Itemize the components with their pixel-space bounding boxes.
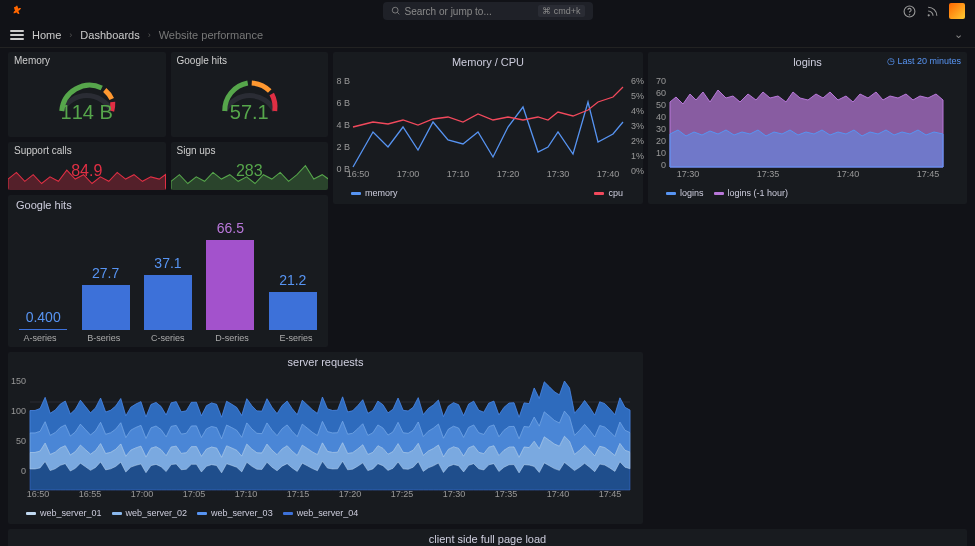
svg-text:60: 60 bbox=[656, 88, 666, 98]
svg-text:17:40: 17:40 bbox=[837, 169, 860, 179]
svg-text:17:00: 17:00 bbox=[131, 489, 154, 499]
breadcrumb: Home › Dashboards › Website performance … bbox=[0, 22, 975, 48]
breadcrumb-page[interactable]: Website performance bbox=[159, 29, 263, 41]
svg-text:17:20: 17:20 bbox=[497, 169, 520, 179]
svg-text:17:45: 17:45 bbox=[917, 169, 940, 179]
svg-text:17:10: 17:10 bbox=[447, 169, 470, 179]
user-avatar[interactable] bbox=[949, 3, 965, 19]
svg-text:17:20: 17:20 bbox=[339, 489, 362, 499]
menu-toggle-icon[interactable] bbox=[10, 30, 24, 40]
panel-google-hits-bars[interactable]: Google hits 0.40027.737.166.521.2 A-seri… bbox=[8, 195, 328, 347]
svg-text:17:40: 17:40 bbox=[597, 169, 620, 179]
server-requests-chart: 15010050016:5016:5517:0017:0517:1017:151… bbox=[8, 372, 638, 502]
panel-googlehits-gauge[interactable]: Google hits 57.1 bbox=[171, 52, 329, 137]
panel-title: Sign ups bbox=[171, 142, 329, 159]
panel-logins[interactable]: logins Last 20 minutes 70605040302010017… bbox=[648, 52, 967, 204]
panel-title: Memory bbox=[8, 52, 166, 69]
svg-text:6 B: 6 B bbox=[336, 98, 350, 108]
svg-text:17:30: 17:30 bbox=[677, 169, 700, 179]
svg-text:0: 0 bbox=[661, 160, 666, 170]
legend: memory cpu bbox=[333, 184, 643, 204]
panel-title: server requests bbox=[8, 352, 643, 372]
panel-title: Google hits bbox=[171, 52, 329, 69]
svg-text:17:35: 17:35 bbox=[757, 169, 780, 179]
chevron-right-icon: › bbox=[148, 30, 151, 40]
bar-label: D-series bbox=[215, 333, 249, 343]
svg-text:0: 0 bbox=[21, 466, 26, 476]
svg-text:16:55: 16:55 bbox=[79, 489, 102, 499]
svg-text:40: 40 bbox=[656, 112, 666, 122]
svg-point-3 bbox=[928, 14, 929, 15]
panel-title: Google hits bbox=[8, 195, 328, 215]
logins-chart: 70605040302010017:3017:3517:4017:45 bbox=[648, 72, 958, 182]
time-range[interactable]: Last 20 minutes bbox=[887, 56, 961, 66]
breadcrumb-dashboards[interactable]: Dashboards bbox=[80, 29, 139, 41]
svg-text:16:50: 16:50 bbox=[27, 489, 50, 499]
svg-text:150: 150 bbox=[11, 376, 26, 386]
svg-text:17:35: 17:35 bbox=[495, 489, 518, 499]
svg-text:17:30: 17:30 bbox=[547, 169, 570, 179]
svg-text:100: 100 bbox=[11, 406, 26, 416]
svg-text:70: 70 bbox=[656, 76, 666, 86]
svg-text:17:30: 17:30 bbox=[443, 489, 466, 499]
svg-text:1%: 1% bbox=[631, 151, 644, 161]
svg-text:20: 20 bbox=[656, 136, 666, 146]
svg-text:6%: 6% bbox=[631, 76, 644, 86]
breadcrumb-home[interactable]: Home bbox=[32, 29, 61, 41]
svg-text:0%: 0% bbox=[631, 166, 644, 176]
svg-text:3%: 3% bbox=[631, 121, 644, 131]
help-icon[interactable] bbox=[903, 5, 916, 18]
svg-text:8 B: 8 B bbox=[336, 76, 350, 86]
bar-label: B-series bbox=[87, 333, 120, 343]
svg-text:10: 10 bbox=[656, 148, 666, 158]
svg-text:30: 30 bbox=[656, 124, 666, 134]
svg-text:16:50: 16:50 bbox=[347, 169, 370, 179]
svg-text:17:45: 17:45 bbox=[599, 489, 622, 499]
svg-text:17:10: 17:10 bbox=[235, 489, 258, 499]
panel-page-load[interactable]: client side full page load 5 s4 s3 s2 s1… bbox=[8, 529, 967, 546]
svg-text:2 B: 2 B bbox=[336, 142, 350, 152]
bar[interactable]: 27.7 bbox=[78, 265, 134, 330]
stat-value: 84.9 bbox=[71, 162, 102, 180]
chevron-down-icon[interactable]: ⌄ bbox=[952, 26, 965, 43]
panel-title: client side full page load bbox=[8, 529, 967, 546]
search-kbd: ⌘ cmd+k bbox=[538, 5, 584, 17]
svg-text:17:25: 17:25 bbox=[391, 489, 414, 499]
legend: web_server_01 web_server_02 web_server_0… bbox=[8, 504, 643, 524]
search-input[interactable]: Search or jump to... ⌘ cmd+k bbox=[383, 2, 593, 20]
svg-text:17:40: 17:40 bbox=[547, 489, 570, 499]
svg-text:17:00: 17:00 bbox=[397, 169, 420, 179]
grafana-logo-icon[interactable] bbox=[10, 4, 24, 18]
bar[interactable]: 21.2 bbox=[265, 272, 321, 330]
bar[interactable]: 66.5 bbox=[202, 220, 258, 330]
svg-text:5%: 5% bbox=[631, 91, 644, 101]
bar[interactable]: 0.400 bbox=[15, 309, 71, 330]
panel-server-requests[interactable]: server requests 15010050016:5016:5517:00… bbox=[8, 352, 643, 524]
bar-label: C-series bbox=[151, 333, 185, 343]
svg-text:50: 50 bbox=[656, 100, 666, 110]
search-placeholder: Search or jump to... bbox=[405, 6, 492, 17]
svg-text:4%: 4% bbox=[631, 106, 644, 116]
svg-text:2%: 2% bbox=[631, 136, 644, 146]
svg-text:4 B: 4 B bbox=[336, 120, 350, 130]
svg-point-2 bbox=[909, 14, 910, 15]
rss-icon[interactable] bbox=[926, 5, 939, 18]
panel-title: Memory / CPU bbox=[333, 52, 643, 72]
svg-text:17:05: 17:05 bbox=[183, 489, 206, 499]
chevron-right-icon: › bbox=[69, 30, 72, 40]
svg-point-0 bbox=[392, 7, 398, 13]
search-icon bbox=[391, 6, 401, 16]
panel-memory-cpu[interactable]: Memory / CPU 8 B6 B4 B2 B0 B6%5%4%3%2%1%… bbox=[333, 52, 643, 204]
topbar: Search or jump to... ⌘ cmd+k bbox=[0, 0, 975, 22]
panel-memory-gauge[interactable]: Memory 114 B bbox=[8, 52, 166, 137]
bar-label: E-series bbox=[280, 333, 313, 343]
panel-title: Support calls bbox=[8, 142, 166, 159]
bar[interactable]: 37.1 bbox=[140, 255, 196, 330]
svg-text:50: 50 bbox=[16, 436, 26, 446]
bar-label: A-series bbox=[23, 333, 56, 343]
panel-support-calls[interactable]: Support calls 84.9 bbox=[8, 142, 166, 190]
stat-value: 283 bbox=[236, 162, 263, 180]
legend: logins logins (-1 hour) bbox=[648, 184, 967, 204]
svg-text:17:15: 17:15 bbox=[287, 489, 310, 499]
panel-sign-ups[interactable]: Sign ups 283 bbox=[171, 142, 329, 190]
